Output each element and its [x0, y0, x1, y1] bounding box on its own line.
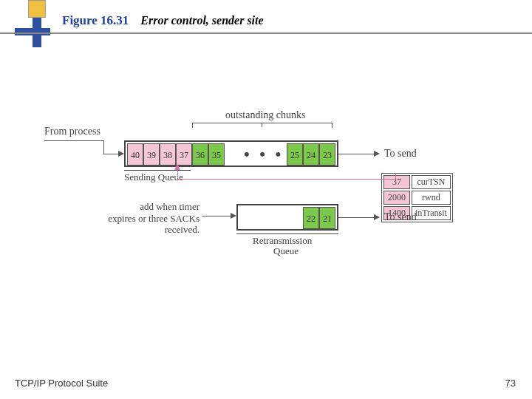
retrans-queue-label-2: Queue	[273, 245, 299, 257]
figure-number: Figure 16.31	[62, 13, 129, 27]
title-underline	[0, 33, 532, 34]
chunk: 38	[160, 143, 176, 166]
chunk: 25	[287, 143, 303, 166]
to-send-label-1: To send	[384, 148, 417, 160]
figure-title: Error control, sender site	[140, 14, 263, 27]
rwnd-value: 2000	[383, 191, 410, 205]
chunk: 36	[192, 143, 208, 166]
chunk: 22	[303, 207, 319, 229]
from-process-label: From process	[44, 126, 100, 137]
ellipsis: • • •	[244, 145, 284, 164]
outstanding-brace	[192, 123, 332, 127]
outstanding-label: outstanding chunks	[225, 109, 306, 121]
chunk: 35	[208, 143, 225, 166]
chunk: 23	[319, 143, 335, 166]
retrans-queue-box: 2221	[236, 204, 338, 231]
add-note: add when timer expires or three SACKs re…	[74, 201, 200, 236]
sending-queue-label: Sending Queue	[124, 171, 183, 183]
rwnd-label: rwnd	[412, 191, 451, 205]
chunk: 24	[303, 143, 319, 166]
curtsn-label: curTSN	[412, 175, 451, 189]
sending-queue-box: 403938373635 • • • 252423	[124, 140, 338, 167]
figure-heading: Figure 16.31 Error control, sender site	[62, 13, 264, 28]
slide-logo	[15, 0, 52, 59]
to-send-label-2: To send	[384, 211, 417, 223]
footer-source: TCP/IP Protocol Suite	[15, 378, 108, 389]
diagram: From process outstanding chunks 40393837…	[44, 111, 495, 273]
chunk: 21	[319, 207, 335, 229]
chunk: 37	[176, 143, 192, 166]
page-number: 73	[505, 378, 516, 389]
intransit-label: inTransit	[412, 206, 451, 220]
curtsn-value: 37	[383, 175, 410, 189]
chunk: 40	[127, 143, 143, 166]
chunk: 39	[143, 143, 160, 166]
